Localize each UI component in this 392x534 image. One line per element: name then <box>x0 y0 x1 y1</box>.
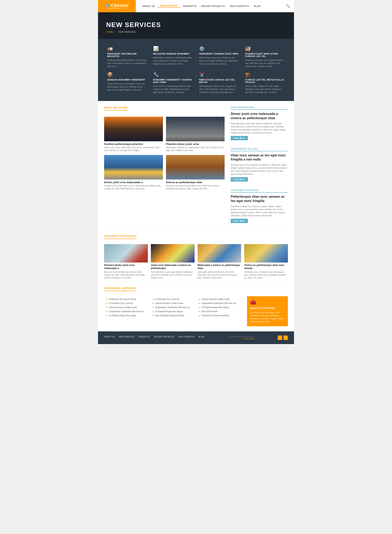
proposal-image-2 <box>151 244 195 262</box>
additional-layout: Vestibulum Ante Ipsum Primis In Faucibus… <box>104 296 288 326</box>
what-we-offer-title: WHAT WE OFFER <box>104 106 128 111</box>
additional-list-1: Vestibulum Ante Ipsum Primis In Faucibus… <box>104 296 150 326</box>
scroll-down-arrow[interactable]: ▼ <box>283 335 288 340</box>
service-desc-2: Malesuada a viverra ac, pellentesque vit… <box>153 56 193 65</box>
service-item-5: 📦 AENEAN NONUMMY HENDRERIT Donec justo u… <box>104 70 150 96</box>
research-heading-1: Donec justo urna malesuada a viverra ac … <box>231 112 288 120</box>
gallery-desc-3: Fringilla a non nulla! Nunc orci mi, ven… <box>104 184 163 190</box>
service-icon-1: 🚛 <box>107 46 147 51</box>
read-more-button-1[interactable]: Read More <box>231 136 248 140</box>
service-icon-8: 🏗️ <box>245 72 285 77</box>
two-col-layout: WHAT WE OFFER Facilisis pellentesque pha… <box>104 106 288 227</box>
what-we-offer-header: WHAT WE OFFER <box>104 106 224 114</box>
proposal-desc-4: Venenatis risus, sit amet cursus dui aug… <box>244 271 288 279</box>
service-title-2: MOLESTIE AENEAN NONUMMY <box>153 52 193 55</box>
nav-about-us[interactable]: ABOUT US <box>140 5 157 7</box>
service-title-3: HENDRERIT VIVAMUS EGET NIBH <box>199 52 239 55</box>
nav-recent-projects[interactable]: RECENT PROJECTS <box>199 5 227 7</box>
gallery-desc-2: Malesuada a viverra ac, pellentesque vit… <box>166 146 225 152</box>
service-icon-4: 🏭 <box>245 46 285 51</box>
nav-products[interactable]: PRODUCTS <box>181 5 199 7</box>
research-title-1: OUR RESEARCHES <box>231 106 288 110</box>
quality-title: QUALITY CONTROL <box>250 307 285 310</box>
list-item: Suspendisse Sollicitudin Velit Sed Leo <box>153 305 195 310</box>
nav-new-services[interactable]: NEW SERVICES <box>157 5 181 8</box>
footer-nav-blog[interactable]: BLOG <box>198 336 204 338</box>
left-column: WHAT WE OFFER Facilisis pellentesque pha… <box>104 106 224 227</box>
research-section-3: CUSTOMER SERVICES Pellentesque vitae nun… <box>231 189 288 223</box>
research-title-2: CORPORATE VALUES <box>231 148 288 151</box>
best-proposals-title: OUR BEST PROPOSALS <box>104 235 137 239</box>
footer-copyright: © 2014 CHESTER Industrial Co. Privacy Po… <box>228 336 254 340</box>
breadcrumb-home[interactable]: HOME <box>106 31 113 33</box>
read-more-button-3[interactable]: Read More <box>231 219 248 223</box>
gallery-image-2 <box>166 117 225 141</box>
footer-nav-our-contacts[interactable]: OUR CONTACTS <box>178 336 195 338</box>
proposal-title-2: Justo urna malesuada a viverra ac pellen… <box>151 264 195 270</box>
read-more-button-2[interactable]: Read More <box>231 177 248 181</box>
gallery-title-2: Pharetra donec justo urna <box>166 143 225 146</box>
footer-nav-recent-projects[interactable]: RECENT PROJECTS <box>154 336 174 338</box>
service-desc-3: Pellentesque vitae nunc. Aenean ac leo e… <box>199 56 239 65</box>
scroll-up-arrow[interactable]: ▲ <box>278 335 282 340</box>
gallery-item-4: Viverra ac pellentesque vitae Aenean ac … <box>166 155 225 190</box>
research-desc-3: Gravida a molestie eu, dictum ac augue. … <box>231 205 288 217</box>
list-item: Ultrices Posuere Cubilia Curae <box>153 301 195 305</box>
proposal-image-1 <box>104 244 148 262</box>
list-item: Ut Pharetra Augue Nec Augue <box>199 305 241 310</box>
proposal-desc-3: Justo eget ultrices vestibulum, erat tor… <box>198 271 241 279</box>
research-title-3: CUSTOMER SERVICES <box>231 189 288 193</box>
gallery-item-2: Pharetra donec justo urna Malesuada a vi… <box>166 117 225 152</box>
service-desc-1: Facilisis pellentesque pharetra. Donec j… <box>107 59 147 68</box>
list-item: Ultrices Posuere Cubilia Curae <box>106 305 149 310</box>
additional-services-title: ADDITIONAL SERVICES <box>104 287 136 291</box>
service-item-8: 🏗️ CURSUS LEO VEL METUS NULLA FACILISI U… <box>242 70 288 96</box>
additional-lists: Vestibulum Ante Ipsum Primis In Faucibus… <box>104 296 243 326</box>
additional-list-2: In Faucibus Orci Luctus Et Ultrices Posu… <box>150 296 197 326</box>
nav-our-contacts[interactable]: OUR CONTACTS <box>227 5 251 7</box>
proposal-desc-2: Nulla bibendum, justo eget ultrices vest… <box>151 271 195 279</box>
service-desc-7: Venenatis quis ultrices vitae, congue no… <box>199 85 239 94</box>
gallery-title-1: Facilisis pellentesque pharetra <box>104 143 163 146</box>
proposal-image-4 <box>244 244 288 262</box>
service-title-5: AENEAN NONUMMY HENDRERIT <box>107 78 147 81</box>
gallery-image-3 <box>104 155 163 180</box>
list-item: Suspendisse Sollicitudin Velit Sed Leo <box>199 301 241 305</box>
research-section-2: CORPORATE VALUES Vitae nunc aenean ac le… <box>231 148 288 182</box>
proposal-title-1: Pharetra donec justo urna malesuada a <box>104 264 148 270</box>
research-desc-2: Quisque mauris risus, gravida a molestie… <box>231 163 288 176</box>
proposal-item-1: Pharetra donec justo urna malesuada a Nu… <box>104 244 148 279</box>
hero-section: NEW SERVICES HOME / NEW SERVICES <box>98 12 294 39</box>
list-item: Suspendisse Sollicitudin Velit Sed Leo <box>106 310 149 314</box>
footer-nav-products[interactable]: PRODUCTS <box>139 336 150 338</box>
service-title-6: NONUMMY HENDRERIT VIVAMUS EGET NIBH <box>153 78 193 83</box>
service-title-7: NIBH ETIAM CURSUS LEO VEL METUS <box>199 78 239 83</box>
footer-bottom: ABOUT US NEW SERVICES PRODUCTS RECENT PR… <box>104 335 288 340</box>
footer-scroll-arrows: ▲ ▼ <box>278 335 288 340</box>
footer-nav-about-us[interactable]: ABOUT US <box>104 336 115 338</box>
service-icon-2: 📊 <box>153 46 193 51</box>
gallery-title-3: Donec justo urna malesuada a <box>104 181 163 184</box>
footer-nav-new-services[interactable]: NEW SERVICES <box>119 336 135 338</box>
search-icon[interactable]: 🔍 <box>286 4 294 8</box>
proposal-item-3: Malesuada a viverra ac pellentesque vita… <box>198 244 241 279</box>
logo[interactable]: ⚙️ Chester INDUSTRIAL CO. <box>98 0 136 12</box>
logo-sub: INDUSTRIAL CO. <box>105 7 129 10</box>
quality-icon: 🧰 <box>250 299 285 305</box>
service-desc-5: Donec justo urna, malesuada a viverra ac… <box>107 82 147 91</box>
nav-blog[interactable]: BLOG <box>251 5 263 7</box>
gallery-image-1 <box>104 117 163 141</box>
service-icon-7: ✂️ <box>199 72 239 77</box>
service-icon-5: 📦 <box>107 72 147 77</box>
gallery-image-4 <box>166 155 225 180</box>
service-icon-3: ⚙️ <box>199 46 239 51</box>
service-desc-4: Aenean ac leo eget nunc fringilla fringi… <box>245 59 285 68</box>
research-heading-2: Vitae nunc aenean ac leo eget nunc fring… <box>231 153 288 162</box>
proposals-grid: Pharetra donec justo urna malesuada a Nu… <box>104 244 288 279</box>
list-item: In Faucibus Orci Luctus Et <box>106 301 149 305</box>
quality-desc: Sit amet cursus dui augue a arcu. Quisqu… <box>250 311 285 323</box>
footer-privacy-link[interactable]: Privacy Policy <box>243 338 254 340</box>
gallery-desc-1: Donec justo urna, malesuada a viverra ac… <box>104 146 163 152</box>
research-desc-1: Nulla bibendum, justo eget ultrices vest… <box>231 122 288 134</box>
proposal-item-2: Justo urna malesuada a viverra ac pellen… <box>151 244 195 279</box>
